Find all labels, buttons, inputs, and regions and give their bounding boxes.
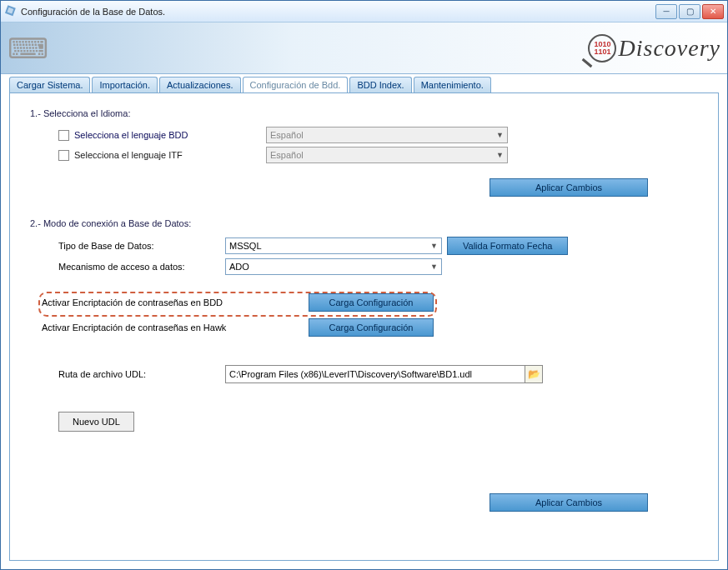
folder-open-icon: 📂	[528, 368, 540, 380]
chevron-down-icon: ▼	[496, 131, 504, 139]
itf-language-checkbox[interactable]	[58, 150, 69, 161]
magnifier-icon: 1010 1101	[588, 34, 616, 62]
bdd-language-select[interactable]: Español ▼	[266, 127, 508, 143]
apply-language-button[interactable]: Aplicar Cambios	[490, 178, 648, 197]
tab-importacion[interactable]: Importación.	[92, 77, 158, 92]
enc-bdd-label: Activar Encriptación de contraseñas en B…	[42, 298, 309, 308]
dbtype-select[interactable]: MSSQL ▼	[225, 238, 442, 254]
mech-select[interactable]: ADO ▼	[225, 258, 442, 275]
bdd-language-label: Selecciona el lenguaje BDD	[74, 130, 266, 140]
apply-connection-button[interactable]: Aplicar Cambios	[490, 493, 648, 512]
bdd-language-checkbox[interactable]	[58, 130, 69, 141]
app-icon	[4, 5, 18, 18]
close-button[interactable]: ✕	[702, 4, 724, 19]
logo-text: Discovery	[618, 35, 720, 62]
chevron-down-icon: ▼	[496, 151, 504, 159]
chevron-down-icon: ▼	[430, 262, 438, 271]
section2-heading: 2.- Modo de conexión a Base de Datos:	[30, 218, 698, 228]
keyboard-icon: ⌨	[8, 32, 43, 65]
maximize-button[interactable]: ▢	[679, 4, 700, 19]
tab-configuracion-bdd[interactable]: Configuración de Bdd.	[243, 77, 349, 92]
valida-formato-button[interactable]: Valida Formato Fecha	[447, 237, 568, 255]
enc-hawk-button[interactable]: Carga Configuración	[309, 318, 434, 337]
udl-path-input[interactable]: C:\Program Files (x86)\LeverIT\Discovery…	[225, 365, 525, 383]
tab-actualizaciones[interactable]: Actualizaciones.	[159, 77, 241, 92]
minimize-button[interactable]: ─	[655, 4, 677, 19]
app-window: Configuración de la Base de Datos. ─ ▢ ✕…	[0, 0, 728, 570]
dbtype-label: Tipo de Base de Datos:	[58, 241, 225, 251]
itf-language-select[interactable]: Español ▼	[266, 147, 508, 163]
logo: 1010 1101 Discovery	[588, 34, 720, 62]
window-title: Configuración de la Base de Datos.	[21, 7, 655, 17]
mech-label: Mecanismo de acceso a datos:	[58, 262, 225, 272]
itf-language-label: Selecciona el lenguaje ITF	[74, 150, 266, 160]
browse-folder-button[interactable]: 📂	[525, 365, 543, 383]
titlebar[interactable]: Configuración de la Base de Datos. ─ ▢ ✕	[1, 1, 727, 22]
enc-hawk-label: Activar Encriptación de contraseñas en H…	[42, 322, 309, 332]
header-banner: ⌨ 1010 1101 Discovery	[1, 22, 727, 74]
tab-mantenimiento[interactable]: Mantenimiento.	[414, 77, 491, 92]
section1-heading: 1.- Selecciona el Idioma:	[30, 108, 698, 118]
tab-cargar-sistema[interactable]: Cargar Sistema.	[9, 77, 90, 92]
tab-bdd-index[interactable]: BDD Index.	[349, 77, 411, 92]
enc-bdd-button[interactable]: Carga Configuración	[309, 293, 434, 312]
nuevo-udl-button[interactable]: Nuevo UDL	[58, 412, 134, 432]
chevron-down-icon: ▼	[430, 242, 438, 250]
content-panel: 1.- Selecciona el Idioma: Selecciona el …	[9, 92, 719, 561]
udl-path-label: Ruta de archivo UDL:	[58, 369, 225, 379]
tab-row: Cargar Sistema. Importación. Actualizaci…	[1, 74, 727, 92]
